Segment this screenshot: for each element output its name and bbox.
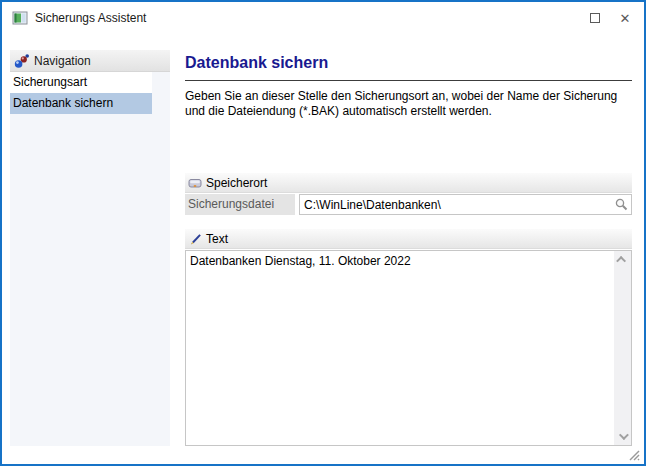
chevron-up-icon [616,256,626,266]
title-bar: Sicherungs Assistent ✕ [2,2,644,34]
maximize-button[interactable] [580,2,610,34]
page-title: Datenbank sichern [185,54,632,81]
nav-item-sicherungsart[interactable]: Sicherungsart [10,72,152,93]
sicherungsdatei-row: Sicherungsdatei [185,194,632,215]
text-area-content[interactable]: Datenbanken Dienstag, 11. Oktober 2022 [186,251,614,445]
nav-item-datenbank-sichern[interactable]: Datenbank sichern [10,93,152,114]
main-content: Datenbank sichern Geben Sie an dieser St… [185,54,632,119]
scroll-up-button[interactable] [614,251,631,268]
magnifier-icon[interactable] [614,197,629,212]
text-area[interactable]: Datenbanken Dienstag, 11. Oktober 2022 [185,250,632,446]
navigation-header-label: Navigation [34,54,91,68]
navigation-panel: Navigation Sicherungsart Datenbank siche… [10,50,170,446]
section-text: Text [185,229,632,249]
molecule-icon [14,53,30,69]
text-header-label: Text [206,232,228,246]
speicherort-header: Speicherort [185,173,632,193]
resize-grip[interactable] [626,447,640,461]
pen-icon [187,231,203,247]
speicherort-header-label: Speicherort [206,176,267,190]
navigation-header: Navigation [10,50,170,72]
section-speicherort: Speicherort Sicherungsdatei [185,173,632,215]
dialog-window: Sicherungs Assistent ✕ Navigation Sicher… [0,0,646,466]
app-icon [12,10,28,26]
page-description: Geben Sie an dieser Stelle den Sicherung… [185,89,632,119]
sicherungsdatei-input[interactable] [299,194,632,215]
close-button[interactable]: ✕ [610,2,640,34]
disk-drive-icon [187,175,203,191]
sicherungsdatei-label: Sicherungsdatei [185,194,295,215]
close-icon: ✕ [620,12,631,25]
window-title: Sicherungs Assistent [35,11,146,25]
text-header: Text [185,229,632,249]
maximize-icon [590,13,600,23]
chevron-down-icon [619,430,629,440]
vertical-scrollbar[interactable] [614,251,631,445]
scroll-down-button[interactable] [614,428,631,445]
